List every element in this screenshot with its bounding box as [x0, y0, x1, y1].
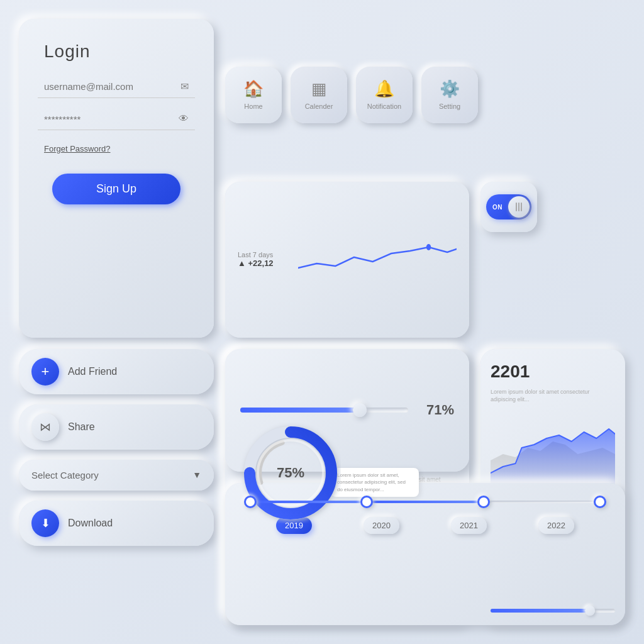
login-card: Login ✉ 👁 Forget Password? Sign Up [19, 19, 214, 338]
nav-row: 🏠 Home ▦ Calender 🔔 Notification ⚙️ Sett… [225, 19, 625, 170]
timeline-year-2022[interactable]: 2022 [538, 517, 574, 534]
slider-fill [240, 408, 360, 413]
signup-button[interactable]: Sign Up [52, 174, 180, 204]
timeline-year-2021[interactable]: 2021 [451, 517, 487, 534]
donut-center-label: 75% [277, 465, 304, 481]
download-icon-circle: ⬇ [31, 509, 59, 537]
select-category-dropdown[interactable]: Select Category ▼ [19, 460, 214, 491]
settings-icon: ⚙️ [440, 79, 460, 99]
add-friend-label: Add Friend [68, 366, 117, 377]
slider-track [240, 408, 408, 413]
chart-strip-card: Last 7 days ▲ +22,12 [225, 182, 469, 337]
toggle-knob-lines [516, 203, 522, 211]
share-icon: ⋈ [40, 420, 51, 434]
slider-wrap [240, 408, 408, 413]
timeline-segment-3 [490, 501, 594, 503]
timeline-dot-2019[interactable] [244, 496, 257, 508]
chart-svg [298, 240, 457, 280]
add-icon-circle: + [31, 358, 59, 386]
left-actions: + Add Friend ⋈ Share Select Category ▼ ⬇… [19, 349, 214, 626]
email-icon: ✉ [180, 80, 189, 92]
timeline-segment-2 [373, 501, 477, 503]
nav-setting-button[interactable]: ⚙️ Setting [421, 67, 478, 123]
username-input[interactable] [44, 81, 174, 92]
toggle-card: ON [480, 182, 537, 232]
timeline-2021-wrap: 2021 [451, 517, 487, 534]
nav-notification-label: Notification [367, 103, 401, 110]
svg-point-0 [426, 244, 431, 250]
toggle-label: ON [492, 204, 502, 211]
download-label: Download [68, 518, 113, 529]
timeline-2020-wrap: 2020 [364, 517, 399, 534]
share-button[interactable]: ⋈ Share [19, 404, 214, 450]
eye-icon[interactable]: 👁 [179, 113, 189, 125]
forget-password-link[interactable]: Forget Password? [38, 144, 111, 153]
chart-label: Last 7 days [238, 251, 288, 258]
add-friend-button[interactable]: + Add Friend [19, 349, 214, 394]
password-input[interactable] [44, 114, 172, 125]
nav-home-label: Home [244, 103, 262, 110]
password-field[interactable]: 👁 [38, 108, 195, 130]
slider-thumb[interactable] [353, 403, 367, 417]
timeline-dot-2021[interactable] [477, 496, 490, 508]
username-field[interactable]: ✉ [38, 75, 195, 98]
timeline-dot-2020[interactable] [360, 496, 373, 508]
nav-setting-label: Setting [439, 103, 460, 110]
login-inputs: ✉ 👁 [38, 75, 195, 130]
area-slider[interactable] [491, 609, 615, 613]
slider-tooltip: Lorem ipsum dolor sit amet, consectetur … [331, 468, 419, 497]
nav-calendar-label: Calender [305, 103, 333, 110]
toggle-switch[interactable]: ON [486, 194, 531, 219]
timeline-2022-wrap: 2022 [538, 517, 574, 534]
login-title: Login [38, 42, 91, 62]
share-icon-circle: ⋈ [31, 413, 59, 441]
timeline-line [244, 496, 606, 508]
timeline-segment-1 [257, 501, 360, 503]
nav-notification-button[interactable]: 🔔 Notification [356, 67, 413, 123]
area-slider-thumb[interactable] [585, 606, 595, 616]
calendar-icon: ▦ [311, 79, 327, 99]
home-icon: 🏠 [243, 79, 264, 99]
share-label: Share [68, 421, 95, 433]
chevron-down-icon: ▼ [192, 470, 201, 480]
area-slider-fill [491, 609, 590, 613]
slider-percentage: 71% [419, 402, 454, 418]
area-desc: Lorem ipsum dolor sit amet consectetur a… [491, 388, 615, 404]
nav-home-button[interactable]: 🏠 Home [225, 67, 282, 123]
area-stat: 2201 [491, 362, 615, 382]
timeline-dot-2022[interactable] [594, 496, 606, 508]
page: Login ✉ 👁 Forget Password? Sign Up 🏠 Hom… [0, 0, 644, 644]
select-category-label: Select Category [31, 470, 99, 480]
plus-icon: + [42, 364, 50, 380]
timeline-year-2020[interactable]: 2020 [364, 517, 399, 534]
nav-calendar-button[interactable]: ▦ Calender [291, 67, 347, 123]
toggle-knob [508, 196, 530, 218]
notification-icon: 🔔 [374, 79, 394, 99]
download-button[interactable]: ⬇ Download [19, 501, 214, 546]
timeline-card: 2019 2020 2021 2022 [225, 483, 625, 625]
chart-value: ▲ +22,12 [238, 258, 288, 268]
download-icon: ⬇ [41, 516, 50, 530]
chart-info: Last 7 days ▲ +22,12 [238, 251, 288, 268]
